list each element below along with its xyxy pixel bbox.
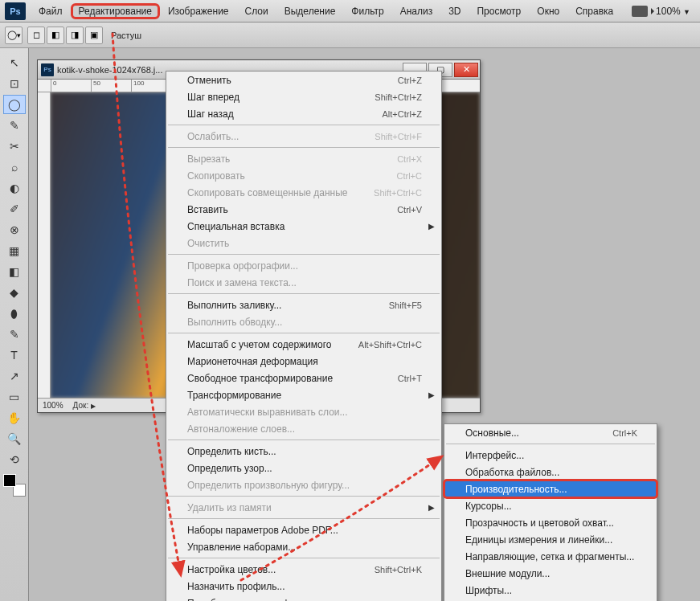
menu-3d[interactable]: 3D: [440, 3, 469, 19]
menuitem[interactable]: Управление наборами...: [166, 538, 441, 555]
selection-add-icon[interactable]: ◧: [47, 27, 64, 44]
tool-dodge[interactable]: ✎: [3, 325, 26, 344]
menu-select[interactable]: Выделение: [276, 3, 344, 19]
menuitem[interactable]: Выполнить заливку...Shift+F5: [166, 296, 441, 313]
tool-move[interactable]: ↖: [3, 53, 26, 72]
tool-wand[interactable]: ✎: [3, 116, 26, 135]
menu-layers[interactable]: Слои: [237, 3, 276, 19]
tool-blur[interactable]: ⬮: [3, 304, 26, 323]
menu-edit[interactable]: Редактирование: [71, 3, 160, 19]
menuitem: Поиск и замена текста...: [166, 274, 441, 291]
tool-history-brush[interactable]: ▦: [3, 241, 26, 260]
ps-logo: Ps: [5, 2, 26, 20]
tool-heal[interactable]: ◐: [3, 178, 26, 198]
menu-file[interactable]: Файл: [31, 3, 71, 19]
menuitem: Скопировать совмещенные данныеShift+Ctrl…: [166, 184, 441, 201]
menuitem: Автоналожение слоев...: [166, 420, 441, 437]
menu-window[interactable]: Окно: [529, 3, 567, 19]
menuitem[interactable]: Марионеточная деформация: [166, 353, 441, 370]
tool-eraser[interactable]: ◧: [3, 262, 26, 281]
menubar: Ps Файл Редактирование Изображение Слои …: [0, 0, 700, 22]
tool-marquee[interactable]: ⊡: [3, 74, 26, 93]
tool-lasso[interactable]: ◯: [3, 95, 26, 114]
ruler-vertical: [38, 92, 51, 398]
workspace-switcher-icon[interactable]: [632, 6, 648, 17]
status-docsize[interactable]: Док: ▶: [73, 401, 96, 410]
submenu-item[interactable]: Внешние модули...: [444, 565, 657, 582]
menu-image[interactable]: Изображение: [160, 3, 237, 19]
menuitem: Выполнить обводку...: [166, 313, 441, 330]
menuitem[interactable]: ВставитьCtrl+V: [166, 201, 441, 218]
tool-path[interactable]: ↗: [3, 366, 26, 386]
tool-crop[interactable]: ✂: [3, 137, 26, 156]
menuitem: Ослабить...Shift+Ctrl+F: [166, 128, 441, 145]
submenu-item[interactable]: Единицы измерения и линейки...: [444, 531, 657, 548]
tool-type[interactable]: T: [3, 345, 26, 365]
submenu-item[interactable]: Прозрачность и цветовой охват...: [444, 514, 657, 531]
feather-label: Растуш: [111, 31, 141, 40]
selection-intersect-icon[interactable]: ▣: [85, 27, 103, 44]
selection-new-icon[interactable]: ◻: [27, 27, 45, 44]
workspace: ↖ ⊡ ◯ ✎ ✂ ⌕ ◐ ✐ ⊗ ▦ ◧ ◆ ⬮ ✎ T ↗ ▭ ✋ 🔍 ⟲ …: [0, 48, 700, 601]
menuitem[interactable]: Специальная вставка▶: [166, 218, 441, 235]
status-zoom[interactable]: 100%: [43, 401, 63, 410]
menu-analysis[interactable]: Анализ: [392, 3, 441, 19]
tool-preset-icon[interactable]: ◯▾: [5, 27, 23, 44]
preferences-submenu: Основные...Ctrl+KИнтерфейс...Обработка ф…: [444, 423, 657, 601]
ps-doc-icon: Ps: [41, 63, 54, 76]
menuitem[interactable]: ОтменитьCtrl+Z: [166, 72, 441, 88]
submenu-item[interactable]: Обработка файлов...: [444, 464, 657, 480]
selection-subtract-icon[interactable]: ◨: [66, 27, 84, 44]
menuitem: Очистить: [166, 235, 441, 251]
menuitem[interactable]: Преобразовать в профиль...: [166, 595, 441, 601]
toolbox: ↖ ⊡ ◯ ✎ ✂ ⌕ ◐ ✐ ⊗ ▦ ◧ ◆ ⬮ ✎ T ↗ ▭ ✋ 🔍 ⟲: [0, 48, 29, 601]
menuitem[interactable]: Настройка цветов...Shift+Ctrl+K: [166, 561, 441, 578]
tool-rotate[interactable]: ⟲: [3, 450, 26, 469]
submenu-item[interactable]: Основные...Ctrl+K: [444, 424, 657, 441]
submenu-item[interactable]: Интерфейс...: [444, 447, 657, 464]
submenu-item[interactable]: Шрифты...: [444, 582, 657, 599]
submenu-item[interactable]: Курсоры...: [444, 497, 657, 514]
color-swatches[interactable]: [3, 474, 26, 497]
menuitem[interactable]: Свободное трансформированиеCtrl+T: [166, 370, 441, 386]
menu-help[interactable]: Справка: [567, 3, 621, 19]
tool-hand[interactable]: ✋: [3, 408, 26, 427]
menuitem: Автоматически выравнивать слои...: [166, 403, 441, 420]
tool-brush[interactable]: ✐: [3, 199, 26, 219]
menuitem[interactable]: Шаг впередShift+Ctrl+Z: [166, 88, 441, 105]
tool-gradient[interactable]: ◆: [3, 283, 26, 302]
tool-shape[interactable]: ▭: [3, 387, 26, 407]
menuitem: ВырезатьCtrl+X: [166, 150, 441, 167]
menuitem[interactable]: Назначить профиль...: [166, 578, 441, 595]
tool-stamp[interactable]: ⊗: [3, 220, 26, 239]
submenu-item[interactable]: Направляющие, сетка и фрагменты...: [444, 548, 657, 565]
menuitem[interactable]: Определить узор...: [166, 460, 441, 476]
window-close-button[interactable]: ✕: [454, 63, 478, 77]
menuitem: СкопироватьCtrl+C: [166, 167, 441, 184]
menuitem: Определить произвольную фигуру...: [166, 476, 441, 493]
edit-menu-dropdown: ОтменитьCtrl+ZШаг впередShift+Ctrl+ZШаг …: [166, 71, 442, 601]
tool-zoom[interactable]: 🔍: [3, 429, 26, 448]
menuitem[interactable]: Трансформирование▶: [166, 386, 441, 403]
zoom-level[interactable]: 100% ▼: [656, 6, 690, 17]
menuitem[interactable]: Определить кисть...: [166, 443, 441, 460]
tool-eyedropper[interactable]: ⌕: [3, 157, 26, 177]
menuitem[interactable]: Наборы параметров Adobe PDF...: [166, 521, 441, 538]
options-bar: ◯▾ ◻ ◧ ◨ ▣ Растуш: [0, 22, 700, 48]
menu-view[interactable]: Просмотр: [469, 3, 529, 19]
menu-filter[interactable]: Фильтр: [343, 3, 391, 19]
menuitem: Проверка орфографии...: [166, 257, 441, 274]
menuitem: Удалить из памяти▶: [166, 499, 441, 516]
submenu-item[interactable]: Производительность...: [444, 480, 657, 497]
selection-mode-group: ◻ ◧ ◨ ▣: [27, 27, 103, 44]
menuitem[interactable]: Масштаб с учетом содержимогоAlt+Shift+Ct…: [166, 336, 441, 353]
menuitem[interactable]: Шаг назадAlt+Ctrl+Z: [166, 105, 441, 122]
